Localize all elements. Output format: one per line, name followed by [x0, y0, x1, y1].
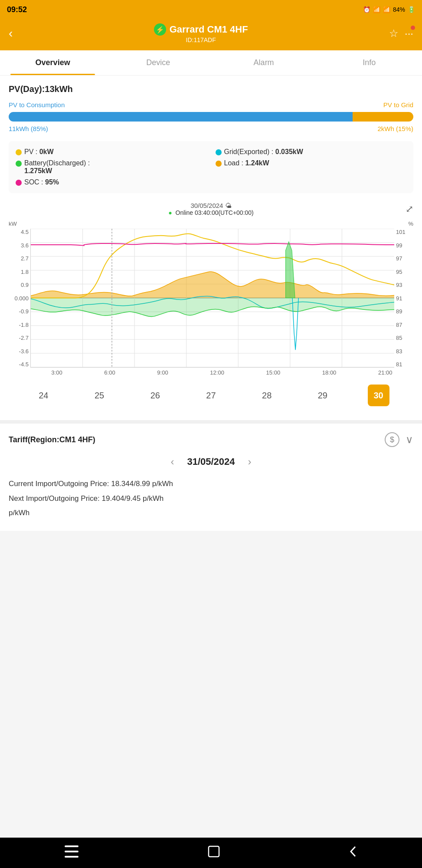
chart-date-info: 30/05/2024 🌤 ● Online 03:40:00(UTC+00:00… — [144, 202, 278, 216]
alarm-icon: ⏰ — [363, 6, 370, 13]
notification-dot — [411, 26, 415, 30]
time-15: 15:00 — [266, 369, 281, 376]
more-options-button[interactable]: ··· — [405, 27, 413, 39]
header-title-group: ⚡ Garrard CM1 4HF ID:117ADF — [13, 23, 389, 43]
battery-icon: 🔋 — [408, 6, 415, 13]
back-button[interactable]: ‹ — [9, 26, 13, 40]
chart-x-axis: 3:00 6:00 9:00 12:00 15:00 18:00 21:00 — [9, 368, 413, 376]
pv-dot — [16, 149, 22, 155]
pv-to-consumption-label: PV to Consumption — [9, 101, 65, 108]
stat-pv: PV : 0kW — [16, 148, 207, 156]
status-icons: ⏰ 📶 📶 84% 🔋 — [363, 6, 415, 13]
tariff-date: 31/05/2024 — [187, 456, 235, 467]
chart-y-axis-right: 101 99 97 95 93 91 89 87 85 83 81 — [394, 229, 413, 368]
next-date-button[interactable]: › — [248, 456, 252, 468]
time-9: 9:00 — [157, 369, 168, 376]
battery-area — [31, 298, 394, 317]
expand-chart-button[interactable]: ⤢ — [406, 204, 413, 215]
time-18: 18:00 — [322, 369, 337, 376]
time-3: 3:00 — [51, 369, 62, 376]
pv-progress-bar — [9, 112, 413, 122]
home-button[interactable] — [207, 845, 220, 861]
day-30[interactable]: 30 — [368, 385, 389, 406]
svg-rect-20 — [209, 846, 219, 857]
header-actions: ☆ ··· — [389, 27, 413, 39]
soc-dot — [16, 180, 22, 186]
tariff-header: Tariff(Region:CM1 4HF) $ ∨ — [9, 432, 413, 447]
pv-day-title: PV(Day):13kWh — [9, 84, 413, 94]
chart-unit-kw: kW — [9, 220, 17, 227]
chart-axes: 4.5 3.6 2.7 1.8 0.9 0.000 -0.9 -1.8 -2.7… — [9, 229, 413, 368]
tab-bar: Overview Device Alarm Info — [0, 50, 422, 76]
svg-rect-17 — [65, 845, 79, 847]
day-28[interactable]: 28 — [256, 385, 278, 406]
grid-dot — [216, 149, 222, 155]
pv-orange-bar — [353, 112, 413, 122]
pv-blue-bar — [9, 112, 353, 122]
online-status: ● Online 03:40:00(UTC+00:00) — [144, 209, 278, 216]
stat-load: Load : 1.24kW — [216, 159, 407, 175]
stat-battery: Battery(Discharged) : 1.275kW — [16, 159, 207, 175]
time-21: 21:00 — [378, 369, 393, 376]
menu-button[interactable] — [65, 845, 79, 861]
chart-y-axis-left: 4.5 3.6 2.7 1.8 0.9 0.000 -0.9 -1.8 -2.7… — [9, 229, 30, 368]
soc-line — [31, 243, 394, 246]
tariff-section: Tariff(Region:CM1 4HF) $ ∨ ‹ 31/05/2024 … — [0, 424, 422, 531]
signal-icon: 📶 — [383, 6, 390, 13]
favorite-button[interactable]: ☆ — [389, 27, 399, 39]
date-navigation: ‹ 31/05/2024 › — [9, 456, 413, 468]
chart-area: kW % 4.5 3.6 2.7 1.8 0.9 0.000 -0.9 -1.8… — [9, 220, 413, 376]
chart-unit-pct: % — [408, 220, 413, 227]
stat-soc: SOC : 95% — [16, 178, 207, 186]
day-24[interactable]: 24 — [33, 385, 54, 406]
device-name: Garrard CM1 4HF — [170, 24, 248, 35]
pv-consumption-value: 11kWh (85%) — [9, 125, 48, 132]
load-dot — [216, 161, 222, 167]
chart-canvas — [30, 229, 394, 368]
date-status-bar: 30/05/2024 🌤 ● Online 03:40:00(UTC+00:00… — [9, 202, 413, 216]
collapse-tariff-button[interactable]: ∨ — [406, 434, 413, 446]
day-selector: 24 25 26 27 28 29 30 — [9, 380, 413, 411]
pv-values: 11kWh (85%) 2kWh (15%) — [9, 125, 413, 132]
pv-to-grid-label: PV to Grid — [383, 101, 413, 108]
status-bar: 09:52 ⏰ 📶 📶 84% 🔋 — [0, 0, 422, 19]
chart-svg — [31, 229, 394, 367]
chart-date: 30/05/2024 🌤 — [144, 202, 278, 209]
dollar-button[interactable]: $ — [385, 432, 399, 447]
day-29[interactable]: 29 — [312, 385, 334, 406]
tab-alarm[interactable]: Alarm — [211, 50, 317, 75]
svg-rect-18 — [65, 851, 79, 852]
day-27[interactable]: 27 — [200, 385, 222, 406]
green-spike — [286, 242, 295, 298]
next-price: Next Import/Outgoing Price: 19.404/9.45 … — [9, 493, 413, 504]
lightning-icon: ⚡ — [154, 23, 166, 36]
app-header: ‹ ⚡ Garrard CM1 4HF ID:117ADF ☆ ··· — [0, 19, 422, 50]
prev-date-button[interactable]: ‹ — [170, 456, 174, 468]
tariff-info: Current Import/Outgoing Price: 18.344/8.… — [9, 478, 413, 519]
current-price: Current Import/Outgoing Price: 18.344/8.… — [9, 478, 413, 490]
svg-rect-19 — [65, 856, 79, 858]
wifi-icon: 📶 — [373, 6, 380, 13]
stat-grid-exported: Grid(Exported) : 0.035kW — [216, 148, 407, 156]
day-26[interactable]: 26 — [144, 385, 166, 406]
day-25[interactable]: 25 — [88, 385, 110, 406]
pv-labels: PV to Consumption PV to Grid — [9, 101, 413, 108]
time-12: 12:00 — [210, 369, 224, 376]
bottom-spacer — [0, 531, 422, 574]
device-id: ID:117ADF — [13, 36, 389, 43]
tariff-actions: $ ∨ — [385, 432, 413, 447]
tab-overview[interactable]: Overview — [0, 50, 105, 75]
status-time: 09:52 — [7, 5, 27, 14]
tab-info[interactable]: Info — [317, 50, 422, 75]
battery-level: 84% — [393, 6, 405, 13]
back-button-nav[interactable] — [349, 845, 358, 861]
tab-device[interactable]: Device — [105, 50, 211, 75]
header-title-main: ⚡ Garrard CM1 4HF — [13, 23, 389, 36]
tariff-title: Tariff(Region:CM1 4HF) — [9, 435, 95, 444]
tariff-unit: p/kWh — [9, 507, 413, 519]
bottom-navigation — [0, 838, 422, 868]
battery-dot — [16, 161, 22, 167]
section-divider — [0, 420, 422, 424]
stats-box: PV : 0kW Grid(Exported) : 0.035kW Batter… — [9, 141, 413, 193]
main-content: PV(Day):13kWh PV to Consumption PV to Gr… — [0, 76, 422, 420]
